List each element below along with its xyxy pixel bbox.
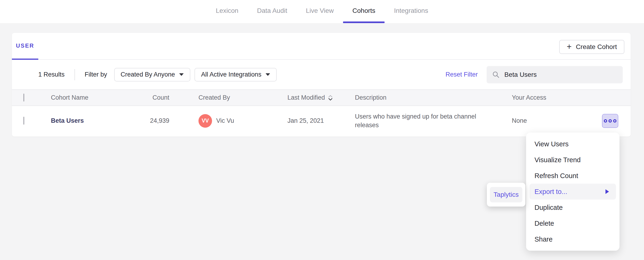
menu-item-share[interactable]: Share xyxy=(526,231,620,247)
create-cohort-button[interactable]: + Create Cohort xyxy=(559,40,624,54)
reset-filter-link[interactable]: Reset Filter xyxy=(446,71,478,78)
menu-item-view-users[interactable]: View Users xyxy=(526,136,620,152)
menu-item-duplicate[interactable]: Duplicate xyxy=(526,200,620,216)
integrations-dropdown[interactable]: All Active Integrations xyxy=(194,68,277,82)
integrations-dropdown-label: All Active Integrations xyxy=(201,71,261,78)
row-actions-button[interactable] xyxy=(602,114,618,128)
tab-user[interactable]: USER xyxy=(12,33,38,60)
description-text: Users who have signed up for beta channe… xyxy=(355,112,486,130)
sort-icon[interactable] xyxy=(328,94,333,101)
search-icon xyxy=(492,71,500,78)
avatar: VV xyxy=(198,114,212,128)
header-created-by: Created By xyxy=(169,94,276,101)
menu-item-delete[interactable]: Delete xyxy=(526,216,620,231)
header-count: Count xyxy=(113,94,169,101)
nav-tab-lexicon[interactable]: Lexicon xyxy=(206,0,248,23)
export-submenu: Taplytics xyxy=(487,183,526,206)
cohorts-card: USER + Create Cohort 1 Results Filter by… xyxy=(12,33,631,136)
search-box[interactable] xyxy=(486,66,623,83)
submenu-arrow-icon xyxy=(606,189,609,194)
description-cell: Users who have signed up for beta channe… xyxy=(343,112,500,130)
create-cohort-label: Create Cohort xyxy=(576,43,617,51)
menu-item-visualize-trend[interactable]: Visualize Trend xyxy=(526,152,620,168)
ellipsis-icon xyxy=(613,119,616,122)
nav-tab-data-audit[interactable]: Data Audit xyxy=(248,0,296,23)
row-actions-menu: View Users Visualize Trend Refresh Count… xyxy=(526,132,620,251)
nav-tab-cohorts-label: Cohorts xyxy=(352,7,375,14)
results-count: 1 Results xyxy=(38,71,65,78)
nav-tab-cohorts[interactable]: Cohorts xyxy=(343,0,384,23)
nav-tab-integrations[interactable]: Integrations xyxy=(384,0,437,23)
created-by-cell: VV Vic Vu xyxy=(169,114,276,128)
table-row: Beta Users 24,939 VV Vic Vu Jan 25, 2021… xyxy=(12,106,631,136)
search-input[interactable] xyxy=(504,71,617,78)
filter-by-label: Filter by xyxy=(85,71,107,78)
ellipsis-icon xyxy=(604,119,607,122)
menu-item-export-to-label: Export to... xyxy=(534,188,567,196)
active-tab-underline xyxy=(343,22,384,23)
created-by-name: Vic Vu xyxy=(216,117,234,124)
menu-item-export-to[interactable]: Export to... xyxy=(530,184,616,200)
cohort-name-link[interactable]: Beta Users xyxy=(51,117,113,124)
submenu-item-taplytics[interactable]: Taplytics xyxy=(490,187,522,202)
header-your-access: Your Access xyxy=(500,94,582,101)
divider xyxy=(74,69,75,80)
header-last-modified[interactable]: Last Modified xyxy=(276,94,343,101)
filter-bar: 1 Results Filter by Created By Anyone Al… xyxy=(12,60,631,90)
top-nav: Lexicon Data Audit Live View Cohorts Int… xyxy=(0,0,644,23)
header-last-modified-label: Last Modified xyxy=(288,94,325,101)
table-header-row: Cohort Name Count Created By Last Modifi… xyxy=(12,90,631,106)
created-by-dropdown[interactable]: Created By Anyone xyxy=(114,68,190,82)
cohorts-page: Lexicon Data Audit Live View Cohorts Int… xyxy=(0,0,644,260)
your-access-cell: None xyxy=(500,117,582,124)
cohort-count: 24,939 xyxy=(113,117,169,124)
created-by-dropdown-label: Created By Anyone xyxy=(121,71,175,78)
header-cohort-name: Cohort Name xyxy=(51,94,113,101)
last-modified-cell: Jan 25, 2021 xyxy=(276,117,343,124)
chevron-down-icon xyxy=(179,73,184,76)
plus-icon: + xyxy=(567,42,572,51)
chevron-down-icon xyxy=(266,73,270,76)
cohort-type-tabbar: USER + Create Cohort xyxy=(12,33,631,60)
ellipsis-icon xyxy=(608,119,612,122)
nav-tab-live-view[interactable]: Live View xyxy=(296,0,343,23)
header-description: Description xyxy=(343,94,500,101)
menu-item-refresh-count[interactable]: Refresh Count xyxy=(526,168,620,184)
row-checkbox[interactable] xyxy=(23,117,24,125)
select-all-checkbox[interactable] xyxy=(23,94,24,102)
